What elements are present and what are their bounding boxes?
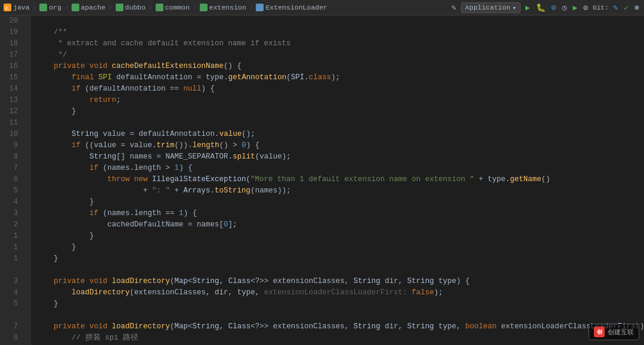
- app-dropdown[interactable]: Application ▾: [461, 2, 521, 13]
- package-icon5: [200, 4, 208, 11]
- build-icon[interactable]: ⚙: [582, 3, 589, 13]
- git-commit-icon[interactable]: ✎: [612, 3, 620, 13]
- svg-rect-7: [256, 4, 264, 11]
- editor-main: 20 19 18 17 16 15 14 13 12 11 10 9 8 7 6…: [0, 15, 644, 345]
- run-icon[interactable]: ▶: [524, 3, 531, 13]
- breadcrumb-java[interactable]: J java: [4, 4, 30, 11]
- code-line: cachedDefaultName = names[0];: [36, 219, 644, 231]
- code-line: String[] names = NAME_SEPARATOR.split(va…: [36, 151, 644, 163]
- code-line: [36, 117, 644, 129]
- code-editor[interactable]: /** * extract and cache default extensio…: [31, 15, 644, 345]
- chevron-down-icon: ▾: [512, 4, 516, 12]
- code-line: /**: [36, 27, 644, 38]
- code-line: }: [36, 106, 644, 117]
- breadcrumb-apache[interactable]: apache: [72, 4, 106, 11]
- watermark: 创 创建互联: [589, 324, 639, 340]
- svg-rect-5: [156, 4, 163, 11]
- coverage-icon[interactable]: ⊙: [550, 3, 558, 13]
- topbar: J java › org › apache › dubbo › common ›…: [0, 0, 644, 15]
- sep5: ›: [193, 4, 197, 11]
- profile-icon[interactable]: ◷: [561, 3, 568, 13]
- code-line: private void loadDirectory(Map<String, C…: [36, 321, 644, 332]
- package-icon3: [116, 4, 123, 11]
- code-line: [36, 15, 644, 27]
- code-line: loadDirectory(extensionClasses, dir, typ…: [36, 287, 644, 299]
- code-line: if (names.length > 1) {: [36, 163, 644, 174]
- package-icon4: [156, 4, 163, 11]
- code-line: }: [36, 231, 644, 242]
- code-line: throw new IllegalStateException("More th…: [36, 174, 644, 185]
- code-line: }: [36, 299, 644, 310]
- toolbar: ✎ Application ▾ ▶ 🐛 ⊙ ◷ ▶ ⚙ Git: ✎ ✓ ⊛: [450, 2, 640, 13]
- class-icon: [256, 4, 264, 11]
- code-line: if (names.length == 1) {: [36, 208, 644, 219]
- git-check-icon[interactable]: ✓: [623, 3, 630, 13]
- code-line: + ": " + Arrays.toString(names));: [36, 185, 644, 197]
- sep1: ›: [33, 4, 37, 11]
- code-line: final SPI defaultAnnotation = type.getAn…: [36, 72, 644, 83]
- code-line: */: [36, 49, 644, 61]
- svg-rect-3: [72, 4, 79, 11]
- breadcrumb-extensionloader[interactable]: ExtensionLoader: [256, 4, 327, 11]
- code-line: String value = defaultAnnotation.value()…: [36, 129, 644, 140]
- code-line: [36, 265, 644, 276]
- code-line: * extract and cache default extension na…: [36, 38, 644, 49]
- breadcrumb-dubbo[interactable]: dubbo: [116, 4, 146, 11]
- code-line: private void cacheDefaultExtensionName()…: [36, 61, 644, 72]
- code-line: [36, 310, 644, 321]
- code-line: }: [36, 197, 644, 208]
- code-line: private void loadDirectory(Map<String, C…: [36, 276, 644, 287]
- package-icon: [39, 4, 47, 11]
- gutter: [23, 15, 31, 345]
- watermark-text: 创建互联: [608, 328, 634, 337]
- svg-rect-2: [39, 4, 47, 11]
- watermark-logo: 创: [594, 327, 605, 337]
- line-numbers: 20 19 18 17 16 15 14 13 12 11 10 9 8 7 6…: [0, 15, 23, 345]
- code-line: return;: [36, 95, 644, 106]
- sep6: ›: [249, 4, 253, 11]
- svg-rect-6: [200, 4, 208, 11]
- sep3: ›: [109, 4, 113, 11]
- svg-rect-4: [116, 4, 123, 11]
- breadcrumb-common[interactable]: common: [156, 4, 190, 11]
- code-line: }: [36, 253, 644, 265]
- debug-icon[interactable]: 🐛: [535, 3, 547, 13]
- run2-icon[interactable]: ▶: [571, 3, 578, 13]
- sep2: ›: [64, 4, 69, 11]
- code-line: }: [36, 242, 644, 253]
- git-history-icon[interactable]: ⊛: [633, 3, 640, 13]
- sep4: ›: [148, 4, 153, 11]
- code-line: // 拼装 spi 路径: [36, 332, 644, 344]
- svg-text:J: J: [5, 5, 8, 11]
- git-label: Git:: [593, 4, 608, 11]
- breadcrumb-org[interactable]: org: [39, 4, 61, 11]
- breadcrumb-extension[interactable]: extension: [200, 4, 246, 11]
- code-line: if ((value = value.trim()).length() > 0)…: [36, 140, 644, 151]
- java-icon: J: [4, 4, 11, 11]
- package-icon2: [72, 4, 79, 11]
- edit-icon: ✎: [450, 3, 457, 13]
- code-line: if (defaultAnnotation == null) {: [36, 83, 644, 95]
